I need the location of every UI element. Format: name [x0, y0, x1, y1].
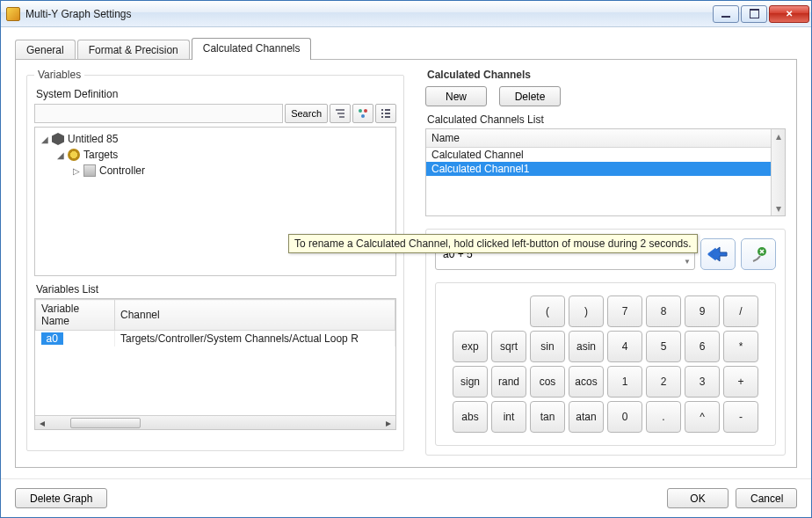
minimize-button[interactable]	[713, 5, 739, 23]
keypad-[interactable]: ^	[685, 401, 720, 433]
tree-node-root[interactable]: ◢ Untitled 85	[39, 131, 392, 147]
keypad-atan[interactable]: atan	[569, 401, 604, 433]
scroll-down-icon[interactable]: ▾	[772, 201, 785, 215]
svg-rect-4	[385, 109, 390, 111]
spin-down-icon[interactable]: ▼	[680, 254, 694, 269]
horizontal-scrollbar[interactable]: ◂ ▸	[35, 415, 395, 429]
svg-rect-6	[385, 113, 390, 114]
titlebar: Multi-Y Graph Settings ✕	[1, 1, 811, 27]
controller-icon	[83, 164, 96, 177]
keypad-[interactable]: -	[723, 401, 758, 433]
keypad-[interactable]: (	[530, 295, 565, 327]
keypad-acos[interactable]: acos	[569, 366, 604, 398]
svg-rect-7	[381, 116, 383, 118]
tab-general[interactable]: General	[15, 40, 76, 60]
svg-point-0	[359, 109, 362, 113]
keypad: ()789/expsqrtsinasin456*signrandcosacos1…	[435, 282, 776, 446]
keypad-[interactable]: .	[646, 401, 681, 433]
keypad-int[interactable]: int	[491, 401, 526, 433]
col-variable-name[interactable]: Variable Name	[36, 300, 115, 331]
keypad-6[interactable]: 6	[685, 331, 720, 362]
cc-list-label: Calculated Channels List	[427, 113, 786, 126]
keypad-2[interactable]: 2	[646, 366, 681, 398]
app-icon	[6, 7, 20, 21]
dialog-body: General Format & Precision Calculated Ch…	[1, 27, 811, 478]
delete-button[interactable]: Delete	[499, 86, 561, 106]
keypad-exp[interactable]: exp	[453, 331, 488, 362]
system-definition-tree[interactable]: ◢ Untitled 85 ◢ Targets ▷ Control	[34, 127, 396, 276]
search-button[interactable]: Search	[285, 104, 328, 123]
keypad-sign[interactable]: sign	[453, 366, 488, 398]
tab-format-precision[interactable]: Format & Precision	[77, 40, 190, 60]
keypad-blank	[453, 295, 488, 327]
expand-toggle-icon[interactable]: ◢	[56, 150, 64, 160]
calculator-area: ▲ ▼ ()789/expsqrtsinasin456*signrandcos	[425, 229, 786, 456]
keypad-sqrt[interactable]: sqrt	[491, 331, 526, 362]
svg-point-2	[361, 114, 365, 118]
variables-table: Variable Name Channel a0 Targets/Control…	[35, 299, 395, 347]
keypad-rand[interactable]: rand	[491, 366, 526, 398]
tree-filter-icon[interactable]	[352, 104, 373, 123]
keypad-[interactable]: +	[723, 366, 758, 398]
variable-channel-cell: Targets/Controller/System Channels/Actua…	[115, 331, 395, 347]
keypad-blank	[491, 295, 526, 327]
keypad-abs[interactable]: abs	[453, 401, 488, 433]
keypad-9[interactable]: 9	[685, 295, 720, 327]
cancel-button[interactable]: Cancel	[736, 488, 797, 508]
vertical-scrollbar[interactable]: ▴ ▾	[771, 129, 785, 215]
calculated-channels-header: Calculated Channels	[427, 69, 786, 81]
variables-group-title: Variables	[34, 69, 84, 81]
keypad-4[interactable]: 4	[607, 331, 642, 362]
keypad-1[interactable]: 1	[607, 366, 642, 398]
variables-grid[interactable]: Variable Name Channel a0 Targets/Control…	[34, 298, 396, 430]
scroll-thumb[interactable]	[70, 418, 141, 428]
search-input[interactable]	[34, 104, 283, 123]
keypad-3[interactable]: 3	[685, 366, 720, 398]
dialog-footer: Delete Graph OK Cancel	[1, 478, 811, 517]
keypad-sin[interactable]: sin	[530, 331, 565, 362]
cc-buttons-row: New Delete	[425, 86, 786, 106]
tree-targets-label: Targets	[83, 149, 118, 161]
table-row[interactable]: a0 Targets/Controller/System Channels/Ac…	[36, 331, 395, 347]
tree-collapse-icon[interactable]	[330, 104, 351, 123]
keypad-tan[interactable]: tan	[530, 401, 565, 433]
keypad-cos[interactable]: cos	[530, 366, 565, 398]
svg-rect-5	[381, 113, 383, 114]
cube-icon	[52, 133, 64, 145]
keypad-[interactable]: /	[723, 295, 758, 327]
tab-content: To rename a Calculated Channel, hold cli…	[15, 59, 797, 468]
keypad-7[interactable]: 7	[607, 295, 642, 327]
keypad-[interactable]: *	[723, 331, 758, 362]
tree-controller-label: Controller	[99, 164, 145, 177]
close-button[interactable]: ✕	[769, 5, 809, 23]
keypad-5[interactable]: 5	[646, 331, 681, 362]
list-item[interactable]: Calculated Channel	[426, 148, 785, 162]
variables-list-label: Variables List	[36, 283, 396, 295]
expand-toggle-icon[interactable]: ▷	[72, 166, 80, 176]
ok-button[interactable]: OK	[667, 488, 729, 508]
clear-button[interactable]	[741, 238, 776, 270]
new-button[interactable]: New	[425, 86, 487, 106]
scroll-left-icon[interactable]: ◂	[35, 416, 49, 430]
tab-strip: General Format & Precision Calculated Ch…	[15, 38, 797, 60]
scroll-right-icon[interactable]: ▸	[381, 416, 395, 430]
scroll-up-icon[interactable]: ▴	[772, 129, 785, 143]
cc-list-header: Name	[426, 129, 785, 148]
keypad-8[interactable]: 8	[646, 295, 681, 327]
system-definition-label: System Definition	[36, 88, 396, 100]
list-item[interactable]: Calculated Channel1	[426, 162, 785, 176]
keypad-[interactable]: )	[569, 295, 604, 327]
keypad-0[interactable]: 0	[607, 401, 642, 433]
tree-node-controller[interactable]: ▷ Controller	[39, 163, 392, 179]
delete-graph-button[interactable]: Delete Graph	[15, 488, 107, 508]
insert-button[interactable]	[700, 238, 736, 270]
tree-list-icon[interactable]	[375, 104, 396, 123]
expand-toggle-icon[interactable]: ◢	[40, 135, 48, 144]
maximize-button[interactable]	[741, 5, 767, 23]
calculated-channels-list[interactable]: Name Calculated Channel Calculated Chann…	[425, 128, 786, 216]
tree-node-targets[interactable]: ◢ Targets	[39, 147, 392, 163]
window-title: Multi-Y Graph Settings	[25, 8, 713, 20]
keypad-asin[interactable]: asin	[569, 331, 604, 362]
col-channel[interactable]: Channel	[115, 300, 395, 331]
tab-calculated-channels[interactable]: Calculated Channels	[192, 38, 312, 60]
